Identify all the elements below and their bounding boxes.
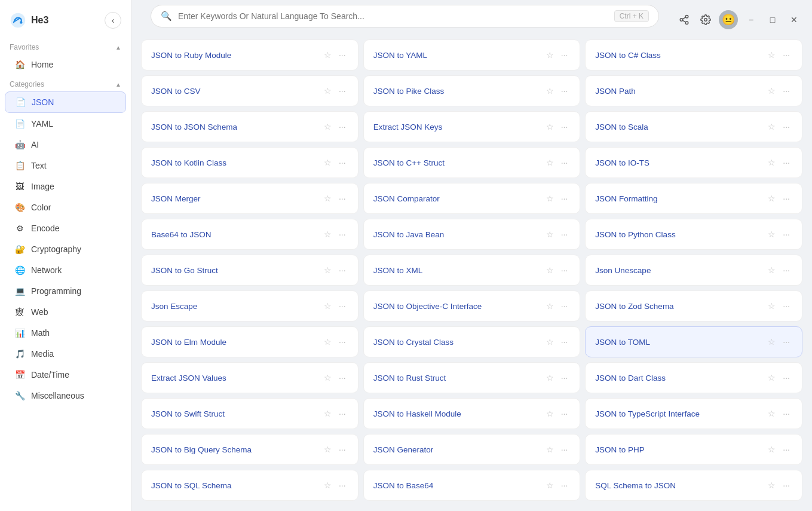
tool-card[interactable]: JSON to Elm Module ☆ ··· <box>141 326 358 357</box>
more-button[interactable]: ··· <box>336 121 348 133</box>
favorites-chevron-icon[interactable]: ▲ <box>115 44 121 51</box>
tool-card[interactable]: JSON Formatting ☆ ··· <box>585 183 802 214</box>
sidebar-item-datetime[interactable]: 📅 Date/Time <box>5 365 126 385</box>
favorite-button[interactable]: ☆ <box>323 300 333 312</box>
tool-card[interactable]: JSON to C# Class ☆ ··· <box>585 39 802 71</box>
search-input[interactable] <box>178 11 608 21</box>
more-button[interactable]: ··· <box>336 49 348 61</box>
favorite-button[interactable]: ☆ <box>767 372 777 384</box>
maximize-button[interactable]: □ <box>764 11 781 28</box>
sidebar-item-cryptography[interactable]: 🔐 Cryptography <box>5 239 126 259</box>
favorite-button[interactable]: ☆ <box>767 49 777 61</box>
tool-card[interactable]: JSON to JSON Schema ☆ ··· <box>141 111 358 142</box>
tool-card[interactable]: JSON to Rust Struct ☆ ··· <box>363 362 581 393</box>
favorite-button[interactable]: ☆ <box>767 300 777 312</box>
favorite-button[interactable]: ☆ <box>323 85 333 97</box>
tool-card[interactable]: JSON to Crystal Class ☆ ··· <box>363 326 581 357</box>
close-button[interactable]: ✕ <box>786 11 802 28</box>
more-button[interactable]: ··· <box>336 443 348 455</box>
favorite-button[interactable]: ☆ <box>323 264 333 276</box>
favorite-button[interactable]: ☆ <box>545 49 555 61</box>
sidebar-item-color[interactable]: 🎨 Color <box>5 197 126 218</box>
favorite-button[interactable]: ☆ <box>545 408 555 420</box>
favorite-button[interactable]: ☆ <box>323 192 333 204</box>
more-button[interactable]: ··· <box>780 300 792 312</box>
more-button[interactable]: ··· <box>780 121 792 133</box>
favorite-button[interactable]: ☆ <box>545 264 555 276</box>
sidebar-item-text[interactable]: 📋 Text <box>5 155 126 176</box>
more-button[interactable]: ··· <box>559 372 571 384</box>
favorite-button[interactable]: ☆ <box>323 228 333 240</box>
more-button[interactable]: ··· <box>559 336 571 348</box>
favorite-button[interactable]: ☆ <box>767 264 777 276</box>
more-button[interactable]: ··· <box>336 479 348 491</box>
favorite-button[interactable]: ☆ <box>323 121 333 133</box>
categories-chevron-icon[interactable]: ▲ <box>115 81 121 88</box>
tool-card[interactable]: JSON to Objective-C Interface ☆ ··· <box>363 290 581 322</box>
favorite-button[interactable]: ☆ <box>767 85 777 97</box>
tool-card[interactable]: JSON to Go Struct ☆ ··· <box>141 255 358 286</box>
favorite-button[interactable]: ☆ <box>767 192 777 204</box>
share-button[interactable] <box>676 11 693 28</box>
tool-card[interactable]: JSON to Dart Class ☆ ··· <box>585 362 802 393</box>
favorite-button[interactable]: ☆ <box>545 336 555 348</box>
more-button[interactable]: ··· <box>780 228 792 240</box>
favorite-button[interactable]: ☆ <box>545 85 555 97</box>
sidebar-item-json[interactable]: 📄 JSON <box>5 91 126 113</box>
more-button[interactable]: ··· <box>336 372 348 384</box>
favorite-button[interactable]: ☆ <box>545 300 555 312</box>
sidebar-item-ai[interactable]: 🤖 AI <box>5 134 126 155</box>
favorite-button[interactable]: ☆ <box>767 228 777 240</box>
more-button[interactable]: ··· <box>780 372 792 384</box>
more-button[interactable]: ··· <box>780 443 792 455</box>
sidebar-item-yaml[interactable]: 📄 YAML <box>5 114 126 134</box>
settings-button[interactable] <box>697 11 714 28</box>
tool-card[interactable]: JSON to CSV ☆ ··· <box>141 75 358 106</box>
favorite-button[interactable]: ☆ <box>767 408 777 420</box>
favorite-button[interactable]: ☆ <box>323 372 333 384</box>
tool-card[interactable]: JSON to Ruby Module ☆ ··· <box>141 39 358 71</box>
tool-card[interactable]: JSON to Scala ☆ ··· <box>585 111 802 142</box>
more-button[interactable]: ··· <box>780 264 792 276</box>
tool-card[interactable]: JSON to C++ Struct ☆ ··· <box>363 147 581 178</box>
more-button[interactable]: ··· <box>336 192 348 204</box>
favorite-button[interactable]: ☆ <box>767 479 777 491</box>
tool-card[interactable]: JSON to PHP ☆ ··· <box>585 434 802 465</box>
tool-card[interactable]: JSON Generator ☆ ··· <box>363 434 581 465</box>
tool-card[interactable]: SQL Schema to JSON ☆ ··· <box>585 470 802 501</box>
more-button[interactable]: ··· <box>336 157 348 169</box>
tool-card[interactable]: JSON to YAML ☆ ··· <box>363 39 581 71</box>
more-button[interactable]: ··· <box>559 228 571 240</box>
favorite-button[interactable]: ☆ <box>545 157 555 169</box>
sidebar-item-network[interactable]: 🌐 Network <box>5 260 126 280</box>
tool-card[interactable]: JSON to Java Bean ☆ ··· <box>363 219 581 250</box>
tool-card[interactable]: Extract JSON Keys ☆ ··· <box>363 111 581 142</box>
sidebar-item-web[interactable]: 🕸 Web <box>5 302 126 322</box>
tool-card[interactable]: JSON Comparator ☆ ··· <box>363 183 581 214</box>
tool-card[interactable]: Json Unescape ☆ ··· <box>585 255 802 286</box>
tool-card[interactable]: JSON to Base64 ☆ ··· <box>363 470 581 501</box>
more-button[interactable]: ··· <box>559 192 571 204</box>
more-button[interactable]: ··· <box>559 300 571 312</box>
tool-card[interactable]: JSON Merger ☆ ··· <box>141 183 358 214</box>
more-button[interactable]: ··· <box>780 49 792 61</box>
favorite-button[interactable]: ☆ <box>545 228 555 240</box>
favorite-button[interactable]: ☆ <box>323 49 333 61</box>
tool-card[interactable]: Extract JSON Values ☆ ··· <box>141 362 358 393</box>
sidebar-item-math[interactable]: 📊 Math <box>5 323 126 343</box>
tool-card[interactable]: JSON to TOML ☆ ··· <box>585 326 802 357</box>
sidebar-item-programming[interactable]: 💻 Programming <box>5 281 126 301</box>
sidebar-item-image[interactable]: 🖼 Image <box>5 176 126 197</box>
more-button[interactable]: ··· <box>559 85 571 97</box>
tool-card[interactable]: JSON to IO-TS ☆ ··· <box>585 147 802 178</box>
more-button[interactable]: ··· <box>559 408 571 420</box>
tool-card[interactable]: JSON to Python Class ☆ ··· <box>585 219 802 250</box>
tool-card[interactable]: JSON Path ☆ ··· <box>585 75 802 106</box>
favorite-button[interactable]: ☆ <box>545 121 555 133</box>
more-button[interactable]: ··· <box>559 479 571 491</box>
sidebar-item-home[interactable]: 🏠 Home <box>5 54 126 75</box>
favorite-button[interactable]: ☆ <box>767 336 777 348</box>
minimize-button[interactable]: − <box>743 11 759 28</box>
more-button[interactable]: ··· <box>336 336 348 348</box>
tool-card[interactable]: JSON to Zod Schema ☆ ··· <box>585 290 802 322</box>
